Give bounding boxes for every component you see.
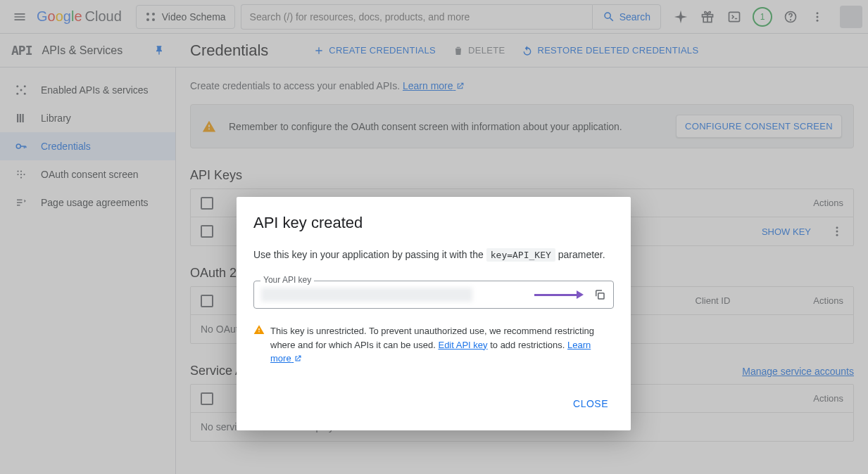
annotation-arrow — [534, 290, 584, 299]
api-key-value[interactable] — [261, 288, 472, 302]
edit-api-key-link[interactable]: Edit API key — [438, 340, 487, 350]
api-key-created-dialog: API key created Use this key in your app… — [237, 197, 631, 430]
warning-icon — [253, 324, 265, 366]
field-label: Your API key — [260, 275, 314, 285]
dialog-body: Use this key in your application by pass… — [253, 248, 614, 262]
external-link-icon — [294, 354, 302, 363]
close-button[interactable]: CLOSE — [567, 394, 614, 414]
code-param: key=API_KEY — [486, 248, 555, 262]
copy-icon[interactable] — [593, 288, 606, 301]
dialog-warning: This key is unrestricted. To prevent una… — [253, 324, 614, 366]
svg-rect-30 — [598, 293, 604, 299]
api-key-field: Your API key — [253, 281, 614, 309]
dialog-title: API key created — [253, 214, 614, 232]
